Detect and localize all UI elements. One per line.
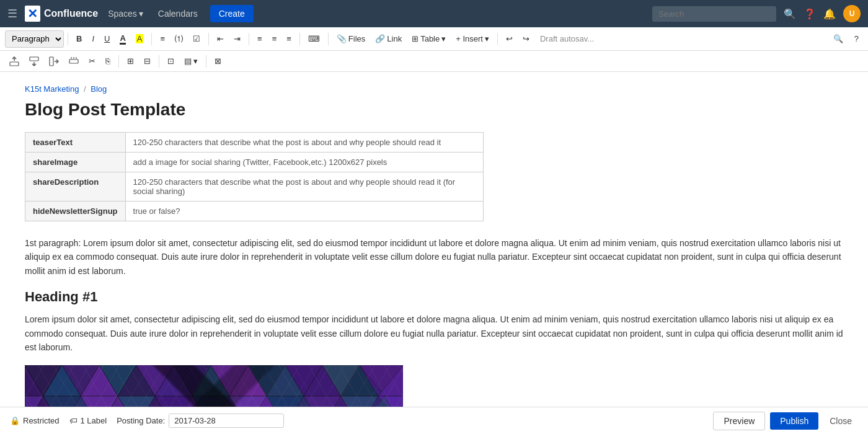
create-button[interactable]: Create <box>210 5 254 22</box>
delete-row-icon <box>69 56 79 66</box>
bold-button[interactable]: B <box>72 32 86 46</box>
cell-bg-icon: ▤ <box>184 56 192 66</box>
svg-marker-47 <box>174 396 211 407</box>
svg-rect-10 <box>25 365 403 407</box>
align-center-button[interactable]: ≡ <box>268 32 281 46</box>
svg-marker-41 <box>341 396 378 407</box>
svg-marker-46 <box>136 396 174 407</box>
svg-marker-40 <box>304 396 341 407</box>
svg-marker-13 <box>99 365 136 396</box>
paragraph-1[interactable]: 1st paragraph: Lorem ipsum dolor sit ame… <box>25 236 843 278</box>
svg-marker-52 <box>360 396 403 407</box>
user-avatar[interactable]: U <box>843 5 861 22</box>
files-icon: 📎 <box>337 34 347 43</box>
hamburger-menu[interactable]: ☰ <box>7 7 17 20</box>
svg-marker-43 <box>25 396 62 407</box>
code-block-button[interactable]: ⌨ <box>304 32 324 46</box>
outdent-button[interactable]: ⇤ <box>213 32 228 46</box>
merge-cells-button[interactable]: ⊞ <box>123 54 138 68</box>
svg-marker-39 <box>267 396 304 407</box>
posting-date-input[interactable] <box>169 414 284 428</box>
breadcrumb-section-link[interactable]: Blog <box>91 84 107 94</box>
toolbar-separator-2 <box>151 33 152 45</box>
svg-marker-48 <box>211 396 248 407</box>
svg-marker-35 <box>118 396 155 407</box>
preview-button[interactable]: Preview <box>713 412 765 430</box>
svg-marker-36 <box>155 396 192 407</box>
table-row: shareDescription120-250 characters that … <box>25 172 484 202</box>
search-icon[interactable]: 🔍 <box>784 8 796 20</box>
insert-button[interactable]: + Insert ▾ <box>451 32 494 46</box>
top-navigation: ☰ ✕ Confluence Spaces ▾ Calendars Create… <box>0 0 868 27</box>
toolbar-help-button[interactable]: ? <box>850 32 863 46</box>
undo-button[interactable]: ↩ <box>502 32 517 46</box>
paragraph-style-select[interactable]: Paragraph <box>5 30 64 48</box>
cell-background-button[interactable]: ▤ ▾ <box>180 54 202 68</box>
redo-button[interactable]: ↪ <box>518 32 534 46</box>
svg-marker-19 <box>322 365 360 396</box>
indent-button[interactable]: ⇥ <box>229 32 245 46</box>
full-width-button[interactable]: ⊠ <box>210 54 226 68</box>
toolbar2-separator-2 <box>159 55 159 68</box>
calendars-link[interactable]: Calendars <box>153 6 203 21</box>
table-cell-value: 120-250 characters that describe what th… <box>125 172 483 202</box>
table-cell-value: add a image for social sharing (Twitter,… <box>125 153 483 172</box>
split-cells-button[interactable]: ⊟ <box>140 54 155 68</box>
toolbar-separator-6 <box>328 33 329 45</box>
table-layout-button[interactable]: ⊡ <box>163 54 179 68</box>
svg-marker-38 <box>229 396 267 407</box>
table-cell-value: true or false? <box>125 202 483 221</box>
close-button[interactable]: Close <box>823 412 858 430</box>
align-right-button[interactable]: ≡ <box>282 32 296 46</box>
svg-marker-16 <box>211 365 248 396</box>
bullet-list-button[interactable]: ≡ <box>156 32 169 46</box>
table-button[interactable]: ⊞ Table ▾ <box>407 32 450 46</box>
bottom-bar-left: 🔒 Restricted 🏷 1 Label Posting Date: <box>10 414 703 428</box>
numbered-list-button[interactable]: ⑴ <box>170 31 187 47</box>
content-editor[interactable]: K15t Marketing / Blog Blog Post Template… <box>0 72 868 407</box>
svg-marker-21 <box>25 365 43 396</box>
spaces-menu[interactable]: Spaces ▾ <box>103 6 148 21</box>
meta-table: teaserText120-250 characters that descri… <box>25 132 484 221</box>
restricted-badge[interactable]: 🔒 Restricted <box>10 416 60 425</box>
copy-row-button[interactable]: ⎘ <box>101 54 115 68</box>
cut-row-button[interactable]: ✂ <box>84 54 100 68</box>
geometric-image <box>25 365 403 407</box>
posting-date-label: Posting Date: <box>117 416 165 425</box>
help-icon[interactable]: ❓ <box>804 8 816 20</box>
table-chevron-icon: ▾ <box>441 34 446 43</box>
svg-marker-25 <box>155 365 192 396</box>
svg-marker-45 <box>99 396 136 407</box>
toolbar-separator <box>68 33 68 45</box>
breadcrumb-space-link[interactable]: K15t Marketing <box>25 84 79 94</box>
align-left-button[interactable]: ≡ <box>253 32 267 46</box>
delete-row-button[interactable] <box>64 54 83 69</box>
italic-button[interactable]: I <box>87 32 99 46</box>
toolbar-separator-4 <box>249 33 249 45</box>
global-search-input[interactable] <box>652 6 776 22</box>
files-button[interactable]: 📎 Files <box>332 32 370 46</box>
svg-rect-2 <box>30 57 38 61</box>
underline-button[interactable]: U <box>100 32 114 46</box>
text-bg-color-button[interactable]: A <box>131 32 148 46</box>
topnav-right-section: 🔍 ❓ 🔔 U <box>652 5 861 22</box>
heading-1[interactable]: Heading #1 <box>25 289 843 305</box>
col-right-button[interactable] <box>45 54 63 69</box>
content-image <box>25 365 403 407</box>
row-above-button[interactable] <box>5 54 24 69</box>
task-list-button[interactable]: ☑ <box>188 32 205 46</box>
svg-marker-42 <box>378 396 403 407</box>
link-button[interactable]: 🔗 Link <box>371 32 406 46</box>
text-color-button[interactable]: A <box>115 31 130 47</box>
page-title[interactable]: Blog Post Template <box>25 100 843 120</box>
paragraph-2[interactable]: Lorem ipsum dolor sit amet, consectetur … <box>25 312 843 354</box>
publish-button[interactable]: Publish <box>770 412 818 430</box>
label-badge[interactable]: 🏷 1 Label <box>69 416 107 425</box>
toolbar2-separator <box>118 55 119 68</box>
autosave-status: Draft autosav... <box>535 34 599 43</box>
toolbar-search-button[interactable]: 🔍 <box>829 32 848 46</box>
notifications-icon[interactable]: 🔔 <box>823 8 836 20</box>
svg-marker-22 <box>43 365 81 396</box>
row-below-button[interactable] <box>25 54 43 69</box>
bottom-bar: 🔒 Restricted 🏷 1 Label Posting Date: Pre… <box>0 407 868 434</box>
